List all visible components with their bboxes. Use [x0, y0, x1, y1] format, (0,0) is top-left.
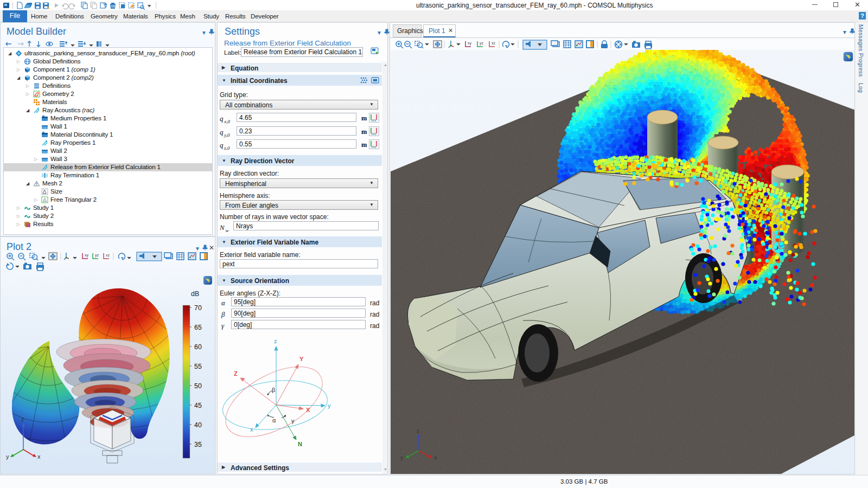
svg-text:z: z	[417, 428, 419, 434]
svg-text:xy: xy	[468, 41, 472, 46]
svg-text:55: 55	[194, 363, 202, 370]
svg-text:N: N	[298, 441, 302, 447]
svg-text:35: 35	[194, 441, 202, 448]
svg-text:z: z	[274, 338, 277, 344]
svg-text:Z: Z	[234, 370, 238, 377]
svg-text:40: 40	[194, 421, 202, 429]
svg-text:x: x	[250, 426, 253, 433]
svg-text:xy: xy	[85, 253, 89, 258]
svg-text:x: x	[434, 455, 437, 461]
svg-text:y: y	[400, 455, 403, 461]
svg-text:x: x	[37, 453, 41, 460]
svg-text:y: y	[328, 402, 331, 409]
svg-text:50: 50	[194, 382, 202, 390]
svg-text:γ: γ	[291, 418, 295, 424]
svg-text:z: z	[21, 416, 24, 422]
svg-text:45: 45	[194, 402, 202, 409]
svg-text:70: 70	[194, 304, 202, 312]
svg-text:X: X	[306, 407, 310, 413]
svg-text:β: β	[272, 387, 275, 393]
svg-text:Y: Y	[299, 356, 304, 362]
svg-text:dB: dB	[191, 290, 199, 298]
svg-text:60: 60	[194, 343, 202, 351]
svg-text:α: α	[272, 417, 276, 423]
svg-text:xz: xz	[492, 41, 496, 45]
svg-text:y: y	[6, 453, 9, 460]
svg-text:yz: yz	[95, 253, 99, 258]
svg-text:xz: xz	[106, 253, 110, 257]
svg-text:yz: yz	[480, 41, 484, 46]
svg-text:65: 65	[194, 324, 202, 331]
